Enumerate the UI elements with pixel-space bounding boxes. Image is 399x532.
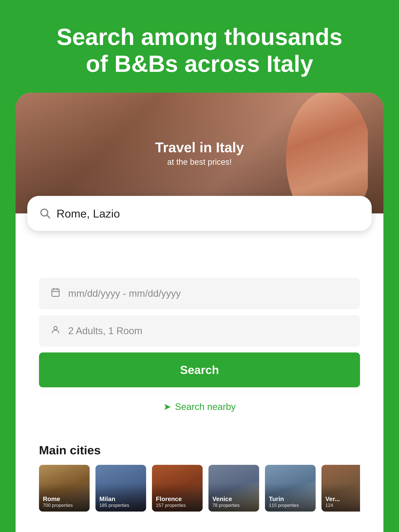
tourist-sites-title: Tourist sites [39,531,360,532]
svg-rect-2 [52,289,59,296]
hero-title-area: Search among thousands of B&Bs across It… [0,0,399,93]
app-card: Travel in Italy at the best prices! Rome… [16,93,383,532]
person-icon [51,325,60,337]
date-placeholder: mm/dd/yyyy - mm/dd/yyyy [68,288,181,299]
city-cards-row: Rome 700 properties Milan 185 properties… [39,465,360,512]
hero-image: Travel in Italy at the best prices! [16,93,383,213]
guests-placeholder: 2 Adults, 1 Room [68,325,142,336]
floating-search-bar[interactable]: Rome, Lazio [27,196,372,231]
city-card-turin[interactable]: Turin 115 properties [265,465,316,512]
hero-text: Travel in Italy at the best prices! [155,139,244,167]
venice-label: Venice 78 properties [208,492,259,512]
ver-label: Ver... 124 [322,492,360,512]
guests-field[interactable]: 2 Adults, 1 Room [39,315,360,347]
main-headline: Search among thousands of B&Bs across It… [0,0,399,93]
calendar-icon [51,287,60,299]
florence-label: Florence 157 properties [152,492,203,512]
tourist-sites-section: Tourist sites Adriatic coast 1221 proper… [16,519,383,532]
search-button[interactable]: Search [39,352,360,387]
nearby-label: Search nearby [175,401,236,412]
card-content: mm/dd/yyyy - mm/dd/yyyy 2 Adults, 1 Room… [16,231,383,431]
city-card-milan[interactable]: Milan 185 properties [96,465,146,512]
search-icon [39,207,51,220]
svg-line-1 [47,215,50,218]
date-field[interactable]: mm/dd/yyyy - mm/dd/yyyy [39,278,360,309]
main-cities-title: Main cities [39,443,360,457]
city-card-venice[interactable]: Venice 78 properties [208,465,259,512]
rome-label: Rome 700 properties [39,492,90,512]
milan-label: Milan 185 properties [96,492,146,512]
turin-label: Turin 115 properties [265,492,316,512]
search-nearby[interactable]: ➤ Search nearby [39,393,360,420]
main-cities-section: Main cities Rome 700 properties Milan 18… [16,431,383,519]
travel-subtitle: at the best prices! [155,157,244,167]
navigation-icon: ➤ [163,401,171,412]
search-input[interactable]: Rome, Lazio [57,207,360,220]
travel-title: Travel in Italy [155,139,244,155]
city-card-rome[interactable]: Rome 700 properties [39,465,90,512]
city-card-ver[interactable]: Ver... 124 [322,465,360,512]
city-card-florence[interactable]: Florence 157 properties [152,465,203,512]
svg-point-6 [54,326,57,330]
